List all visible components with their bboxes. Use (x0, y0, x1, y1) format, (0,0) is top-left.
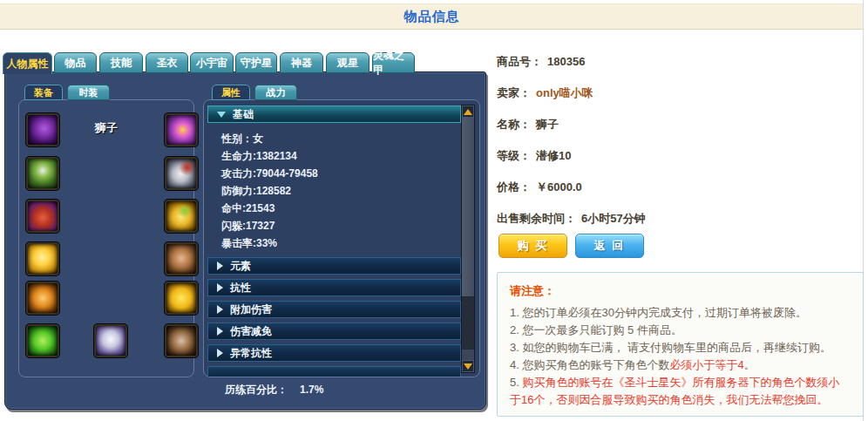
level-row: 等级：潜修10 (497, 148, 571, 164)
cloak-icon[interactable] (94, 324, 127, 357)
chevron-right-icon (217, 349, 223, 357)
subtab-equipment[interactable]: 装备 (24, 85, 63, 100)
scroll-up-button[interactable] (462, 105, 474, 118)
notice-box: 请注意： 1. 您的订单必须在30分钟内完成支付，过期订单将被废除。 2. 您一… (497, 272, 864, 417)
scrollbar-track-lower[interactable] (462, 297, 474, 350)
page-title: 物品信息 (404, 9, 460, 25)
tab-cloth[interactable]: 圣衣 (146, 52, 188, 73)
stat-hit: 命中:21543 (221, 200, 448, 217)
experience-percent-line: 历练百分比：1.7% (225, 383, 323, 397)
notice-item-2: 2. 您一次最多只能订购 5 件商品。 (510, 322, 851, 339)
notice-item-3: 3. 如您的购物车已满， 请支付购物车里的商品后，再继续订购。 (510, 339, 851, 356)
buy-button[interactable]: 购 买 (498, 234, 567, 258)
chest-armor-icon[interactable] (26, 157, 59, 190)
belt-icon[interactable] (165, 324, 198, 357)
scrollbar[interactable] (461, 105, 475, 373)
section-element[interactable]: 元素 (207, 257, 461, 275)
experience-value: 1.7% (300, 384, 323, 396)
section-clipped[interactable] (207, 366, 461, 377)
chevron-right-icon (217, 283, 223, 292)
experience-label: 历练百分比： (225, 384, 288, 396)
green-ribbon-icon[interactable] (26, 324, 59, 357)
stat-defense: 防御力:128582 (221, 182, 448, 200)
tab-cosmo[interactable]: 小宇宙 (190, 52, 234, 73)
tab-artifact[interactable]: 神器 (280, 52, 323, 73)
subtab-attributes[interactable]: 属性 (212, 85, 250, 100)
pants-icon[interactable] (26, 200, 59, 233)
tome-icon[interactable] (165, 157, 198, 190)
section-damage-reduction[interactable]: 伤害减免 (207, 323, 461, 340)
claw-icon[interactable] (26, 282, 59, 315)
item-name-row: 名称：狮子 (497, 117, 559, 132)
arrow-down-icon (464, 363, 472, 370)
scrollbar-thumb[interactable] (462, 118, 474, 297)
arrow-up-icon (464, 109, 472, 115)
yellow-gem-icon[interactable] (26, 242, 59, 275)
section-basic[interactable]: 基础 (207, 105, 461, 123)
stat-list: 性别：女 生命力:1382134 攻击力:79044-79458 防御力:128… (221, 130, 448, 252)
seller-row: 卖家：only喵小咪 (497, 85, 593, 101)
notice-item-1: 1. 您的订单必须在30分钟内完成支付，过期订单将被废除。 (510, 304, 851, 322)
chevron-down-icon (217, 112, 226, 118)
chevron-right-icon (217, 305, 223, 314)
tab-guardian-star[interactable]: 守护星 (235, 52, 277, 73)
tab-skills[interactable]: 技能 (99, 52, 143, 73)
bronze-ring-icon[interactable] (165, 242, 198, 275)
chevron-right-icon (217, 261, 223, 270)
cape-icon[interactable] (26, 113, 59, 146)
tab-character-attributes[interactable]: 人物属性 (3, 52, 52, 74)
back-button[interactable]: 返 回 (575, 234, 644, 258)
necklace-icon[interactable] (165, 282, 198, 315)
orb-icon[interactable] (165, 113, 198, 146)
stat-hp: 生命力:1382134 (221, 147, 448, 165)
gold-ring-icon[interactable] (165, 200, 198, 233)
scroll-down-button[interactable] (462, 360, 474, 372)
tab-soul-armor[interactable]: 灵魂之甲 (372, 52, 415, 73)
section-abnormal-resistance[interactable]: 异常抗性 (207, 344, 461, 362)
section-extra-damage[interactable]: 附加伤害 (207, 301, 461, 318)
notice-title: 请注意： (510, 283, 851, 299)
tab-items[interactable]: 物品 (54, 52, 97, 73)
stat-crit: 暴击率:33% (221, 234, 448, 252)
stat-gender: 性别：女 (221, 130, 448, 147)
title-bar: 物品信息 (0, 3, 864, 30)
chevron-right-icon (217, 327, 223, 336)
tab-stargazing[interactable]: 观星 (326, 52, 370, 73)
page: 物品信息 人物属性 物品 技能 圣衣 小宇宙 守护星 神器 观星 灵魂之甲 装备… (0, 0, 868, 421)
subtab-combat-power[interactable]: 战力 (254, 85, 297, 100)
time-left-row: 出售剩余时间：6小时57分钟 (497, 211, 646, 227)
section-resistance[interactable]: 抗性 (207, 279, 461, 296)
subtab-fashion[interactable]: 时装 (67, 85, 110, 100)
notice-item-5: 5. 购买角色的账号在《圣斗士星矢》所有服务器下的角色个数须小于16个，否则因合… (510, 374, 851, 409)
stat-attack: 攻击力:79044-79458 (221, 165, 448, 182)
stat-dodge: 闪躲:17327 (221, 217, 448, 234)
attribute-scroll-box: 基础 性别：女 生命力:1382134 攻击力:79044-79458 防御力:… (203, 99, 480, 377)
price-row: 价格：￥6000.0 (497, 180, 582, 195)
product-id-row: 商品号：180356 (497, 54, 585, 70)
notice-item-4: 4. 您购买角色的账号下角色个数必须小于等于4。 (510, 356, 851, 374)
